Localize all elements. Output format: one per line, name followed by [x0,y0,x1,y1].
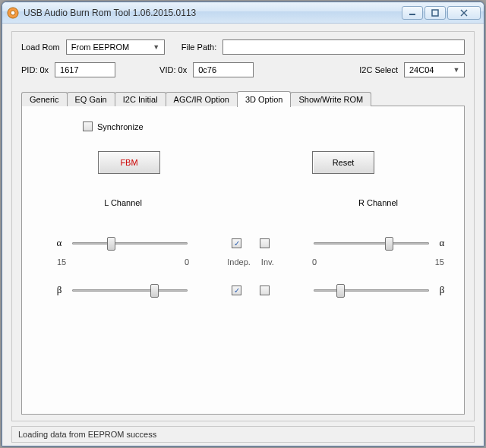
vid-label: VID: 0x [159,65,187,74]
titlebar[interactable]: USB Audio Burn Rom Tool 1.06.2015.0113 [2,2,484,24]
tab-show-write-rom[interactable]: Show/Write ROM [290,92,371,106]
chevron-down-icon: ▼ [150,43,163,51]
main-groupbox: Load Rom From EEPROM ▼ File Path: PID: 0… [11,31,475,421]
load-rom-value: From EEPROM [71,43,129,52]
status-text: Loading data from EEPROM success [18,430,156,439]
window-title: USB Audio Burn Rom Tool 1.06.2015.0113 [24,8,402,18]
reset-button[interactable]: Reset [312,151,374,174]
r-channel-column: R Channel α 0 15 [308,198,449,306]
load-rom-combo[interactable]: From EEPROM ▼ [66,39,165,55]
r-alpha-slider[interactable] [314,235,429,251]
tab-3d-option[interactable]: 3D Option [237,91,292,107]
file-path-label: File Path: [181,43,216,52]
i2c-select-combo[interactable]: 24C04 ▼ [404,62,465,77]
app-icon [7,7,19,19]
l-beta-label: β [52,284,66,296]
checkbox-icon [83,121,93,131]
vid-input[interactable]: 0c76 [193,62,254,77]
inv-beta-checkbox[interactable] [260,286,270,295]
tab-agc-ir-option[interactable]: AGC/IR Option [166,92,238,106]
pid-value: 1617 [60,65,78,74]
l-channel-column: L Channel α 15 0 β [52,198,194,306]
i2c-select-value: 24C04 [409,65,434,74]
client-area: Load Rom From EEPROM ▼ File Path: PID: 0… [2,24,484,446]
file-path-input[interactable] [222,39,465,55]
svg-point-1 [11,11,15,15]
app-window: USB Audio Burn Rom Tool 1.06.2015.0113 L… [2,2,484,446]
l-scale-left: 15 [57,257,66,267]
l-channel-header: L Channel [52,198,194,207]
r-beta-label: β [435,284,449,296]
synchronize-checkbox[interactable]: Synchronize [83,121,449,131]
chevron-down-icon: ▼ [450,66,462,74]
l-alpha-label: α [52,237,66,249]
r-scale-right: 15 [435,257,444,267]
r-channel-header: R Channel [308,198,449,207]
tab-generic[interactable]: Generic [21,92,68,106]
load-rom-label: Load Rom [21,43,60,52]
close-button[interactable] [447,6,481,20]
r-beta-slider[interactable] [314,282,429,298]
mid-column: ✓ Indep. Inv. ✓ [216,198,285,306]
status-bar: Loading data from EEPROM success [11,426,475,443]
tab-strip: Generic EQ Gain I2C Initial AGC/IR Optio… [21,90,465,106]
indep-alpha-checkbox[interactable]: ✓ [232,238,241,248]
l-scale-right: 0 [185,257,189,267]
pid-label: PID: 0x [21,65,49,74]
pid-input[interactable]: 1617 [55,62,115,77]
indep-beta-checkbox[interactable]: ✓ [232,286,241,295]
vid-value: 0c76 [198,65,216,74]
svg-rect-3 [432,10,438,16]
minimize-button[interactable] [402,6,423,20]
l-alpha-slider[interactable] [72,235,188,251]
indep-label: Indep. [227,257,251,267]
inv-alpha-checkbox[interactable] [260,238,270,248]
fbm-button[interactable]: FBM [98,151,160,174]
tab-eq-gain[interactable]: EQ Gain [67,92,115,106]
inv-label: Inv. [261,257,274,267]
maximize-button[interactable] [424,6,446,20]
synchronize-label: Synchronize [97,122,144,131]
tab-panel-3d-option: Synchronize FBM Reset L Channel α [21,106,465,415]
i2c-select-label: I2C Select [359,65,398,74]
tab-i2c-initial[interactable]: I2C Initial [115,92,166,106]
l-beta-slider[interactable] [72,282,188,298]
r-alpha-label: α [435,237,449,249]
r-scale-left: 0 [312,257,317,267]
